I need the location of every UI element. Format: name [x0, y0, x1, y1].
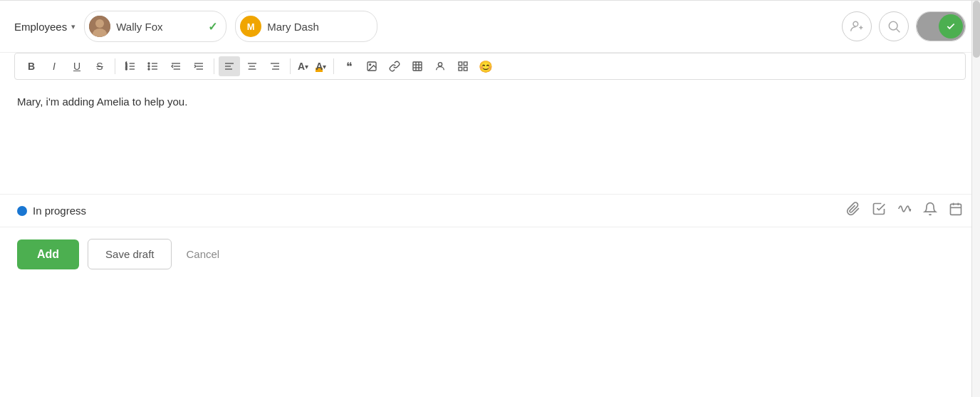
wally-fox-name: Wally Fox — [116, 21, 162, 33]
emoji-icon: 😊 — [479, 60, 493, 73]
person-add-button[interactable] — [842, 11, 872, 41]
link-button[interactable] — [384, 56, 405, 76]
toggle-track — [917, 11, 965, 41]
underline-button[interactable]: U — [66, 56, 88, 76]
unordered-list-button[interactable] — [142, 56, 164, 76]
checkbox-icon — [872, 202, 886, 216]
svg-rect-37 — [413, 62, 422, 71]
font-color-button[interactable]: A ▾ — [295, 56, 311, 76]
editor-content[interactable]: Mary, i'm adding Amelia to help you. — [0, 80, 980, 194]
editor-toolbar: B I U S 1 2 3 — [14, 53, 966, 80]
scrollbar-thumb[interactable] — [973, 1, 980, 58]
main-container: Employees ▾ Wally Fox ✓ M Mary Dash — [0, 0, 980, 397]
attachment-icon — [846, 202, 860, 216]
toggle-knob — [939, 14, 963, 38]
indent-increase-button[interactable] — [188, 56, 209, 76]
toolbar-separator-3 — [290, 58, 291, 74]
employees-dropdown[interactable]: Employees ▾ — [14, 21, 75, 33]
template-icon — [457, 61, 469, 72]
header-right-icons — [842, 11, 966, 41]
scrollbar-track[interactable] — [971, 1, 980, 397]
wave-button[interactable] — [897, 202, 912, 220]
search-icon — [887, 19, 901, 33]
mary-dash-avatar: M — [240, 16, 261, 37]
toolbar-separator-1 — [115, 58, 115, 74]
svg-rect-46 — [464, 67, 468, 71]
bold-button[interactable]: B — [21, 56, 42, 76]
wally-fox-avatar — [89, 16, 110, 37]
svg-rect-47 — [951, 204, 961, 215]
employees-chevron-icon: ▾ — [71, 22, 75, 31]
search-button[interactable] — [879, 11, 909, 41]
font-color-chevron-icon: ▾ — [305, 63, 308, 71]
svg-point-3 — [853, 21, 858, 26]
strikethrough-button[interactable]: S — [89, 56, 110, 76]
image-button[interactable] — [361, 56, 382, 76]
align-left-icon — [224, 61, 235, 72]
save-draft-button[interactable]: Save draft — [88, 239, 172, 269]
blockquote-icon: ❝ — [346, 60, 353, 73]
svg-text:3: 3 — [125, 67, 127, 71]
svg-line-7 — [897, 29, 900, 33]
italic-button[interactable]: I — [43, 56, 65, 76]
mary-dash-name: Mary Dash — [267, 21, 319, 33]
mention-button[interactable] — [429, 56, 451, 76]
employees-label: Employees — [14, 21, 67, 33]
mary-dash-chip[interactable]: M Mary Dash — [235, 11, 377, 42]
svg-point-17 — [148, 63, 150, 64]
indent-decrease-icon — [170, 61, 182, 72]
svg-point-1 — [95, 19, 104, 28]
ordered-list-button[interactable]: 1 2 3 — [120, 56, 141, 76]
bell-icon — [923, 202, 937, 216]
align-left-button[interactable] — [219, 56, 240, 76]
person-add-icon — [850, 19, 864, 33]
toolbar-separator-4 — [333, 58, 334, 74]
template-button[interactable] — [452, 56, 474, 76]
calendar-icon — [949, 202, 963, 216]
svg-rect-45 — [459, 67, 462, 71]
footer-icons — [846, 202, 963, 220]
attachment-button[interactable] — [846, 202, 860, 220]
link-icon — [389, 61, 400, 72]
svg-point-42 — [439, 63, 442, 66]
checkbox-button[interactable] — [872, 202, 886, 220]
align-center-button[interactable] — [241, 56, 263, 76]
wally-fox-chip[interactable]: Wally Fox ✓ — [84, 11, 226, 42]
svg-rect-44 — [464, 62, 468, 66]
wave-icon — [897, 202, 912, 216]
align-right-button[interactable] — [264, 56, 286, 76]
toggle-button[interactable] — [916, 11, 966, 41]
svg-rect-43 — [459, 62, 462, 66]
calendar-button[interactable] — [949, 202, 963, 220]
status-dot — [17, 206, 27, 216]
bg-color-button[interactable]: A ▾ — [313, 56, 329, 76]
bg-color-label: A — [316, 61, 323, 72]
image-icon — [366, 61, 377, 72]
header-row: Employees ▾ Wally Fox ✓ M Mary Dash — [0, 1, 980, 53]
align-right-icon — [269, 61, 281, 72]
blockquote-button[interactable]: ❝ — [338, 56, 360, 76]
indent-decrease-button[interactable] — [165, 56, 187, 76]
font-color-label: A — [298, 61, 305, 72]
mention-icon — [434, 61, 446, 72]
action-row: Add Save draft Cancel — [0, 227, 980, 287]
cancel-button[interactable]: Cancel — [180, 239, 225, 269]
ordered-list-icon: 1 2 3 — [125, 61, 136, 72]
bg-color-chevron-icon: ▾ — [323, 63, 326, 71]
unordered-list-icon — [147, 61, 159, 72]
add-button[interactable]: Add — [17, 239, 79, 269]
bell-button[interactable] — [923, 202, 937, 220]
svg-point-6 — [889, 21, 897, 30]
indent-increase-icon — [193, 61, 204, 72]
status-label: In progress — [33, 205, 86, 217]
emoji-button[interactable]: 😊 — [475, 56, 496, 76]
toggle-check-icon — [946, 21, 956, 31]
svg-point-18 — [148, 66, 150, 67]
wally-fox-avatar-img — [89, 16, 110, 37]
status-indicator: In progress — [17, 205, 86, 217]
svg-point-36 — [370, 64, 371, 66]
table-button[interactable] — [407, 56, 428, 76]
wally-fox-check-icon: ✓ — [208, 20, 217, 33]
align-center-icon — [246, 61, 258, 72]
svg-point-19 — [148, 68, 150, 70]
